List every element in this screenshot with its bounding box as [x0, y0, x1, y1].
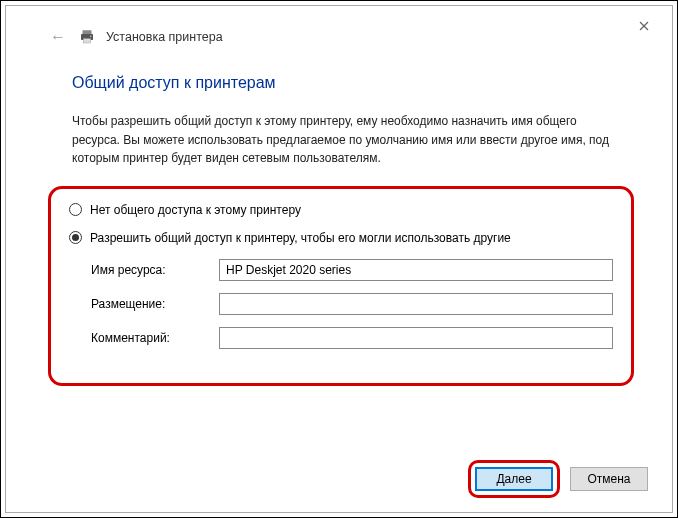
radio-icon: [69, 231, 82, 244]
svg-rect-2: [83, 30, 92, 34]
sharing-options-group: Нет общего доступа к этому принтеру Разр…: [48, 186, 634, 386]
next-button-highlight: Далее: [468, 460, 560, 498]
close-button[interactable]: [632, 14, 656, 38]
back-arrow-icon[interactable]: ←: [50, 28, 66, 46]
share-name-input[interactable]: [219, 259, 613, 281]
svg-point-5: [90, 36, 92, 38]
radio-share-label: Разрешить общий доступ к принтеру, чтобы…: [90, 231, 511, 245]
location-label: Размещение:: [91, 297, 219, 311]
location-input[interactable]: [219, 293, 613, 315]
printer-icon: [78, 28, 96, 46]
share-name-label: Имя ресурса:: [91, 263, 219, 277]
intro-text: Чтобы разрешить общий доступ к этому при…: [72, 112, 622, 168]
page-heading: Общий доступ к принтерам: [72, 74, 622, 92]
comment-input[interactable]: [219, 327, 613, 349]
cancel-button[interactable]: Отмена: [570, 467, 648, 491]
radio-no-share-label: Нет общего доступа к этому принтеру: [90, 203, 301, 217]
radio-share[interactable]: Разрешить общий доступ к принтеру, чтобы…: [69, 231, 613, 245]
radio-no-share[interactable]: Нет общего доступа к этому принтеру: [69, 203, 613, 217]
svg-rect-4: [83, 39, 91, 44]
radio-icon: [69, 203, 82, 216]
comment-label: Комментарий:: [91, 331, 219, 345]
next-button[interactable]: Далее: [475, 467, 553, 491]
window-title: Установка принтера: [106, 30, 223, 44]
